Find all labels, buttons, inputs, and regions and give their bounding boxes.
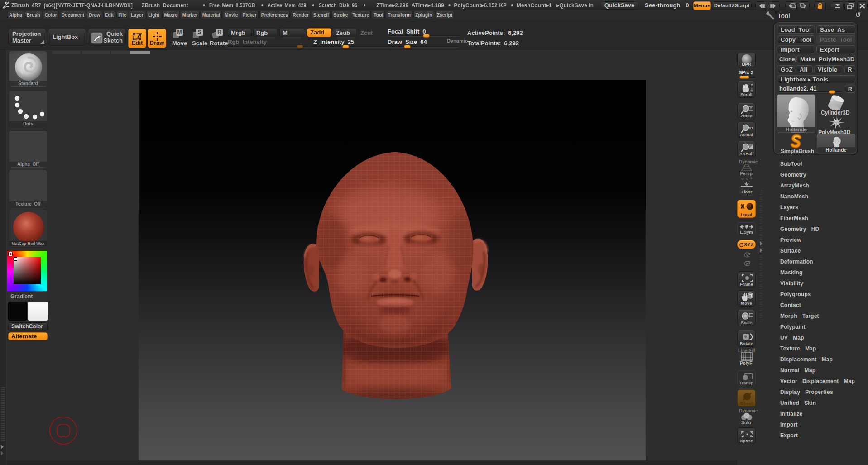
svg-text:Y: Y <box>746 254 748 258</box>
svg-text:x1: x1 <box>749 126 753 130</box>
svg-text:Z: Z <box>746 262 748 266</box>
